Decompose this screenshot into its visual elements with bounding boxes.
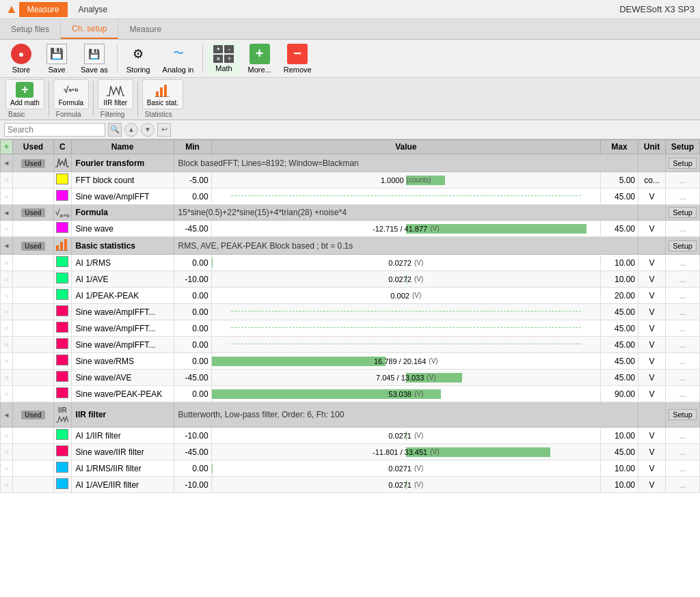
group-icon: IIR xyxy=(54,402,72,428)
sub-min: -5.00 xyxy=(174,172,211,189)
sub-setup[interactable]: ... xyxy=(666,189,700,205)
sub-setup[interactable]: ... xyxy=(666,386,700,402)
color-swatch xyxy=(54,337,72,353)
sub-setup[interactable]: ... xyxy=(666,428,700,444)
color-swatch xyxy=(54,444,72,460)
remove-button[interactable]: − Remove xyxy=(278,41,317,77)
expand-arrow[interactable]: ◄ xyxy=(1,237,13,255)
sub-used xyxy=(13,370,54,386)
sub-setup[interactable]: ... xyxy=(666,304,700,320)
sub-setup[interactable]: ... xyxy=(666,221,700,237)
search-button[interactable]: 🔍 xyxy=(108,123,122,137)
sub-name: Sine wave/IIR filter xyxy=(71,444,174,460)
sub-setup[interactable]: ... xyxy=(666,255,700,271)
sub-setup[interactable]: ... xyxy=(666,288,700,304)
expand-arrow[interactable]: ◄ xyxy=(1,154,13,172)
sub-min: 0.00 xyxy=(174,460,211,477)
table-row: ○ AI 1/RMS 0.00 0.0272 (V) 10.00 V ... xyxy=(1,255,700,271)
sub-setup[interactable]: ... xyxy=(666,477,700,493)
group-value: Block basedFFT; Lines=8192; Window=Black… xyxy=(174,154,638,172)
sub-value xyxy=(211,337,600,353)
sub-max: 10.00 xyxy=(601,428,638,444)
tab-ch-setup[interactable]: Ch. setup xyxy=(61,19,118,39)
iir-filter-button[interactable]: IIR filter xyxy=(98,79,133,109)
sub-expand: ○ xyxy=(1,337,13,353)
sub-setup[interactable]: ... xyxy=(666,172,700,189)
sub-setup[interactable]: ... xyxy=(666,460,700,477)
sub-setup[interactable]: ... xyxy=(666,353,700,370)
col-min: Min xyxy=(174,140,211,154)
sub-setup[interactable]: ... xyxy=(666,370,700,386)
sub-min: 0.00 xyxy=(174,189,211,205)
col-plus[interactable]: + xyxy=(1,140,13,154)
add-math-button[interactable]: + Add math xyxy=(5,79,44,109)
save-button[interactable]: 💾 Save xyxy=(40,41,74,77)
sub-name: AI 1/RMS xyxy=(71,255,174,271)
storing-button[interactable]: ⚙ Storing xyxy=(121,41,156,77)
sub-setup[interactable]: ... xyxy=(666,444,700,460)
table-row: ○ Sine wave/AmplFFT 0.00 45.00 V ... xyxy=(1,189,700,205)
nav-up-button[interactable]: ▲ xyxy=(124,123,138,137)
sub-expand: ○ xyxy=(1,428,13,444)
more-button[interactable]: + More... xyxy=(242,41,276,77)
logo-icon: ▲ xyxy=(5,2,18,16)
sub-expand: ○ xyxy=(1,255,13,271)
table-row: ○ Sine wave/AmplFFT... 0.00 45.00 V ... xyxy=(1,337,700,353)
nav-return-button[interactable]: ↩ xyxy=(157,123,171,137)
sub-name: AI 1/PEAK-PEAK xyxy=(71,288,174,304)
color-swatch xyxy=(54,386,72,402)
store-button[interactable]: ● Store xyxy=(4,41,38,77)
sub-max: 45.00 xyxy=(601,337,638,353)
svg-rect-6 xyxy=(64,239,67,251)
search-input[interactable] xyxy=(4,123,105,137)
color-swatch xyxy=(54,288,72,304)
used-label: Used xyxy=(13,205,54,221)
nav-down-button[interactable]: ▼ xyxy=(141,123,154,137)
expand-arrow[interactable]: ◄ xyxy=(1,205,13,221)
sub-setup[interactable]: ... xyxy=(666,337,700,353)
table-row: ○ FFT block count -5.00 1.0000 (counts) … xyxy=(1,172,700,189)
used-label: Used xyxy=(13,402,54,428)
sub-expand: ○ xyxy=(1,370,13,386)
expand-arrow[interactable]: ◄ xyxy=(1,402,13,428)
sub-min: 0.00 xyxy=(174,337,211,353)
table-row: ○ Sine wave/IIR filter -45.00 -11.801 / … xyxy=(1,444,700,460)
sub-setup[interactable]: ... xyxy=(666,320,700,337)
sub-name: Sine wave/AmplFFT xyxy=(71,189,174,205)
sub-used xyxy=(13,477,54,493)
group-setup[interactable]: Setup xyxy=(666,237,700,255)
sub-expand: ○ xyxy=(1,221,13,237)
sub-name: Sine wave/AVE xyxy=(71,370,174,386)
sub-unit: V xyxy=(638,271,666,288)
group-setup[interactable]: Setup xyxy=(666,402,700,428)
sub-min: -45.00 xyxy=(174,221,211,237)
math-button[interactable]: + - × ÷ Math xyxy=(206,42,241,75)
nav-analyse[interactable]: Analyse xyxy=(70,2,116,17)
tab-measure[interactable]: Measure xyxy=(118,19,172,39)
table-row: ○ Sine wave/AmplFFT... 0.00 45.00 V ... xyxy=(1,320,700,337)
group-icon xyxy=(54,237,72,255)
sub-min: -10.00 xyxy=(174,271,211,288)
tab-setup-files[interactable]: Setup files xyxy=(0,19,61,39)
group-setup[interactable]: Setup xyxy=(666,205,700,221)
sub-used xyxy=(13,304,54,320)
formula-button[interactable]: √a+b Formula xyxy=(53,79,89,109)
sub-name: AI 1/AVE xyxy=(71,271,174,288)
col-name: Name xyxy=(71,140,174,154)
sub-value: 53.038 (V) xyxy=(211,386,600,402)
sub-expand: ○ xyxy=(1,477,13,493)
app-title: DEWESoft X3 SP3 xyxy=(619,4,695,14)
analog-in-button[interactable]: 〜 Analog in xyxy=(157,41,200,77)
group-value: 15*sine(0.5)+22*sine(15)+4*trian(28) +no… xyxy=(174,205,638,221)
group-setup[interactable]: Setup xyxy=(666,154,700,172)
title-bar: ▲ Measure Analyse DEWESoft X3 SP3 xyxy=(0,0,700,19)
table-row: ○ Sine wave/PEAK-PEAK 0.00 53.038 (V) 90… xyxy=(1,386,700,402)
sub-name: AI 1/RMS/IIR filter xyxy=(71,460,174,477)
sub-unit: V xyxy=(638,255,666,271)
sub-setup[interactable]: ... xyxy=(666,271,700,288)
sub-max: 45.00 xyxy=(601,370,638,386)
save-as-button[interactable]: 💾 Save as xyxy=(75,41,113,77)
basic-stat-button[interactable]: Basic stat. xyxy=(142,79,183,109)
table-row: ◄ Used IIR IIR filter Butterworth, Low-p… xyxy=(1,402,700,428)
nav-measure[interactable]: Measure xyxy=(19,2,68,17)
